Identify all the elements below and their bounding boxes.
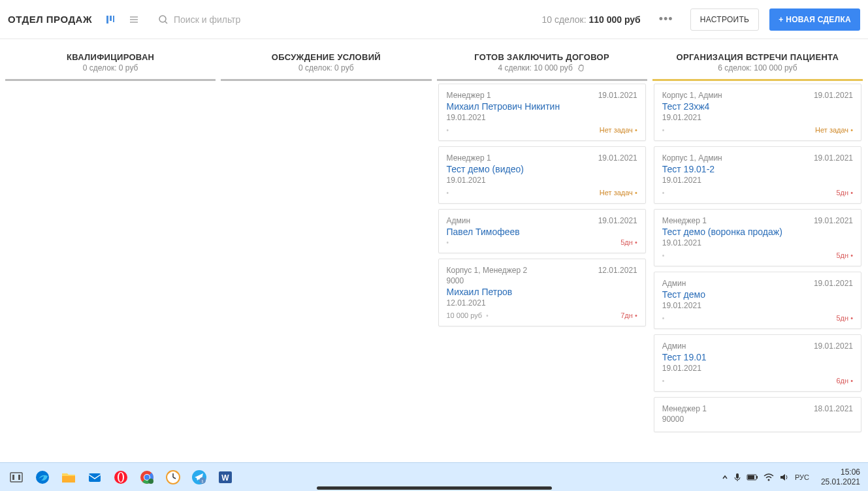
dot-icon: • bbox=[447, 189, 449, 197]
deal-card[interactable]: Админ19.01.2021Тест 19.0119.01.2021•6дн bbox=[654, 334, 861, 392]
card-manager: Корпус 1, Админ bbox=[662, 91, 722, 100]
pipeline-column: КВАЛИФИЦИРОВАН0 сделок: 0 руб bbox=[5, 44, 216, 444]
configure-button[interactable]: НАСТРОИТЬ bbox=[690, 8, 760, 31]
cards-container bbox=[5, 81, 216, 444]
column-title: ОРГАНИЗАЦИЯ ВСТРЕЧИ ПАЦИЕНТА bbox=[655, 52, 860, 62]
card-top-date: 19.01.2021 bbox=[598, 91, 637, 100]
card-manager: Корпус 1, Админ bbox=[662, 153, 722, 163]
list-view-icon[interactable] bbox=[125, 10, 143, 29]
more-menu-icon[interactable]: ••• bbox=[652, 10, 680, 29]
clock[interactable]: 15:06 25.01.2021 bbox=[821, 467, 860, 486]
svg-rect-3 bbox=[130, 16, 138, 18]
card-manager: Менеджер 1 bbox=[447, 91, 491, 100]
grab-icon[interactable] bbox=[577, 63, 586, 72]
card-title[interactable]: Тест 19.01-2 bbox=[662, 164, 853, 174]
card-tag: 7дн bbox=[620, 311, 637, 319]
svg-rect-1 bbox=[110, 16, 112, 21]
dot-icon: • bbox=[662, 252, 665, 259]
deal-card[interactable]: Менеджер 119.01.2021Тест демо (видео)19.… bbox=[438, 146, 646, 204]
card-title[interactable]: Тест 19.01 bbox=[662, 352, 853, 362]
column-header: КВАЛИФИЦИРОВАН0 сделок: 0 руб bbox=[5, 44, 216, 78]
telegram-icon[interactable]: 1 bbox=[188, 466, 210, 488]
card-title[interactable]: Тест 23хж4 bbox=[662, 101, 853, 112]
column-subtitle: 0 сделок: 0 руб bbox=[223, 63, 428, 72]
pipeline-board: КВАЛИФИЦИРОВАН0 сделок: 0 рубОБСУЖДЕНИЕ … bbox=[0, 39, 868, 444]
card-title[interactable]: Михаил Петров bbox=[447, 287, 637, 297]
dot-icon: • bbox=[662, 377, 665, 385]
svg-point-36 bbox=[767, 479, 769, 481]
card-title[interactable]: Тест демо (видео) bbox=[447, 164, 637, 174]
svg-rect-5 bbox=[130, 22, 138, 23]
card-top-date: 12.01.2021 bbox=[598, 266, 637, 275]
card-title[interactable]: Тест демо (воронка продаж) bbox=[662, 227, 853, 237]
column-title: ОБСУЖДЕНИЕ УСЛОВИЙ bbox=[223, 52, 428, 62]
card-top-date: 19.01.2021 bbox=[598, 153, 637, 163]
taskbar-app-icon[interactable] bbox=[5, 466, 27, 488]
column-title: КВАЛИФИЦИРОВАН bbox=[8, 52, 213, 62]
pipeline-column: ГОТОВ ЗАКЛЮЧИТЬ ДОГОВОР4 сделки: 10 000 … bbox=[437, 44, 647, 444]
dot-icon: • bbox=[447, 127, 449, 134]
svg-rect-9 bbox=[12, 475, 14, 480]
new-deal-button[interactable]: + НОВАЯ СДЕЛКА bbox=[769, 8, 860, 31]
card-tag: 5дн bbox=[836, 189, 853, 197]
language-indicator[interactable]: РУС bbox=[795, 473, 809, 481]
card-top-date: 19.01.2021 bbox=[598, 216, 637, 225]
opera-icon[interactable] bbox=[110, 466, 132, 488]
deal-card[interactable]: Менеджер 119.01.2021Михаил Петрович Ники… bbox=[438, 84, 646, 141]
chrome-icon[interactable] bbox=[136, 466, 158, 488]
kanban-view-icon[interactable] bbox=[101, 10, 120, 29]
volume-icon[interactable] bbox=[779, 473, 790, 482]
wifi-icon[interactable] bbox=[764, 473, 774, 481]
card-manager: Менеджер 1 bbox=[662, 216, 707, 225]
card-top-date: 19.01.2021 bbox=[814, 153, 853, 163]
column-subtitle: 4 сделки: 10 000 руб bbox=[440, 63, 645, 72]
deal-card[interactable]: Менеджер 118.01.202190000 bbox=[654, 397, 861, 432]
card-manager: Менеджер 1 bbox=[662, 404, 707, 413]
search-input[interactable] bbox=[174, 14, 527, 25]
pipeline-column: ОРГАНИЗАЦИЯ ВСТРЕЧИ ПАЦИЕНТА6 сделок: 10… bbox=[652, 44, 863, 444]
edge-icon[interactable] bbox=[31, 466, 54, 488]
pipeline-column: ОБСУЖДЕНИЕ УСЛОВИЙ0 сделок: 0 руб bbox=[221, 44, 431, 444]
card-date: 19.01.2021 bbox=[662, 176, 853, 185]
explorer-icon[interactable] bbox=[57, 466, 80, 488]
deal-card[interactable]: Админ19.01.2021Павел Тимофеев•5дн bbox=[438, 209, 646, 253]
column-title: ГОТОВ ЗАКЛЮЧИТЬ ДОГОВОР bbox=[440, 52, 645, 62]
card-tag: Нет задач bbox=[600, 126, 637, 134]
svg-rect-2 bbox=[113, 16, 114, 22]
card-date: 19.01.2021 bbox=[662, 364, 853, 373]
battery-icon[interactable] bbox=[747, 473, 758, 481]
clock-app-icon[interactable] bbox=[162, 466, 184, 488]
column-subtitle: 6 сделок: 100 000 руб bbox=[655, 63, 860, 72]
deal-card[interactable]: Корпус 1, Админ19.01.2021Тест 19.01-219.… bbox=[654, 146, 861, 204]
card-top-date: 19.01.2021 bbox=[814, 216, 853, 225]
card-title[interactable]: Тест демо bbox=[662, 289, 853, 300]
svg-rect-13 bbox=[89, 473, 101, 482]
card-date: 19.01.2021 bbox=[662, 238, 853, 247]
home-indicator bbox=[317, 486, 552, 490]
svg-text:W: W bbox=[221, 473, 229, 483]
svg-rect-34 bbox=[756, 476, 758, 479]
mic-icon[interactable] bbox=[733, 473, 741, 482]
card-date: 19.01.2021 bbox=[662, 113, 853, 122]
mail-icon[interactable] bbox=[84, 466, 106, 488]
card-manager: Корпус 1, Менеджер 2 bbox=[447, 266, 528, 275]
deal-card[interactable]: Менеджер 119.01.2021Тест демо (воронка п… bbox=[654, 209, 861, 266]
card-date: 19.01.2021 bbox=[662, 301, 853, 310]
column-header: ОБСУЖДЕНИЕ УСЛОВИЙ0 сделок: 0 руб bbox=[221, 44, 431, 78]
tray-up-icon[interactable] bbox=[722, 474, 728, 481]
topbar: ОТДЕЛ ПРОДАЖ 10 сделок: 110 000 руб ••• … bbox=[0, 0, 868, 39]
card-title[interactable]: Михаил Петрович Никитин bbox=[447, 101, 637, 112]
cards-container: Менеджер 119.01.2021Михаил Петрович Ники… bbox=[437, 81, 647, 444]
search-icon bbox=[158, 14, 169, 25]
dot-icon: • bbox=[447, 239, 449, 246]
card-title[interactable]: Павел Тимофеев bbox=[447, 227, 637, 237]
search-container[interactable] bbox=[158, 8, 527, 31]
cards-container: Корпус 1, Админ19.01.2021Тест 23хж419.01… bbox=[652, 81, 863, 444]
card-extra: 9000 bbox=[447, 276, 637, 285]
deal-card[interactable]: Админ19.01.2021Тест демо19.01.2021•5дн bbox=[654, 272, 861, 329]
pipeline-title: ОТДЕЛ ПРОДАЖ bbox=[8, 14, 92, 25]
deal-card[interactable]: Корпус 1, Админ19.01.2021Тест 23хж419.01… bbox=[654, 84, 861, 141]
deal-card[interactable]: Корпус 1, Менеджер 212.01.20219000Михаил… bbox=[438, 259, 646, 326]
dot-icon: • bbox=[662, 189, 665, 197]
word-icon[interactable]: W bbox=[214, 466, 236, 488]
